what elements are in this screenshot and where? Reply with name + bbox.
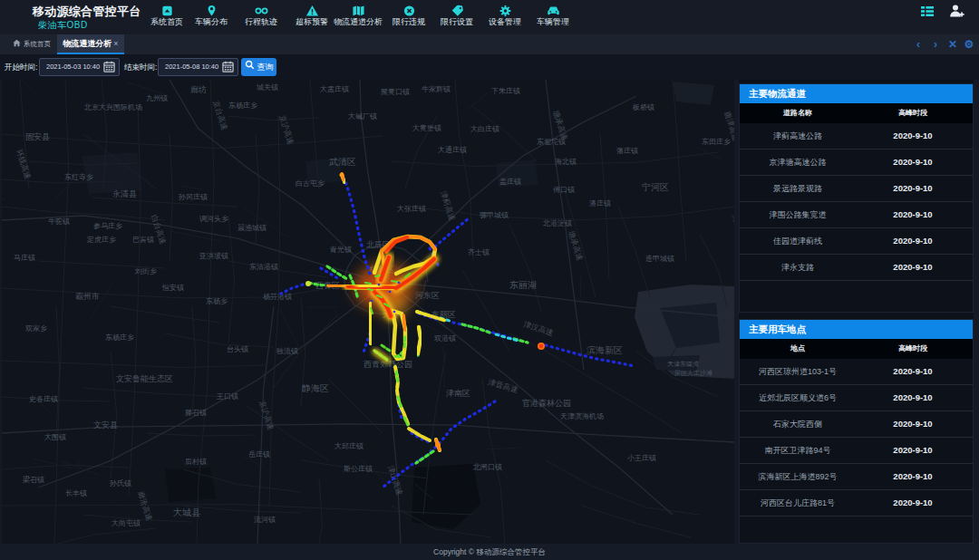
svg-text:杨芬港镇: 杨芬港镇 [263,293,292,301]
svg-text:东田庄乡: 东田庄乡 [702,138,731,146]
svg-text:亚演坡镇: 亚演坡镇 [199,252,228,260]
svg-text:盖庄镇: 盖庄镇 [499,178,521,186]
svg-text:北港淀镇: 北港淀镇 [542,219,572,227]
svg-text:东杨乡: 东杨乡 [206,297,228,305]
svg-text:北京大兴国际机场: 北京大兴国际机场 [83,103,142,111]
svg-text:定虎庄乡: 定虎庄乡 [86,236,116,244]
svg-text:傅口镇: 傅口镇 [553,186,575,194]
svg-text:东杨庄乡: 东杨庄乡 [228,101,257,110]
svg-text:台头镇: 台头镇 [227,345,248,353]
svg-text:大黄堡镇: 大黄堡镇 [412,124,441,132]
svg-text:双家乡: 双家乡 [25,324,47,333]
svg-text:聚黄口镇: 聚黄口镇 [381,88,410,96]
svg-text:河东区: 河东区 [415,291,440,300]
svg-text:长丰镇: 长丰镇 [65,489,87,497]
svg-text:青光镇: 青光镇 [329,246,352,254]
svg-text:潘庄镇: 潘庄镇 [589,199,611,208]
svg-text:独流镇: 独流镇 [276,347,298,355]
svg-text:大围镇: 大围镇 [44,433,66,441]
svg-text:牛驼镇: 牛驼镇 [48,217,70,226]
svg-text:官港森林公园: 官港森林公园 [522,399,571,408]
svg-text:滕召镇: 滕召镇 [185,409,207,417]
svg-text:参乌庄乡: 参乌庄乡 [93,222,122,230]
svg-text:武清区: 武清区 [329,157,356,167]
svg-text:城关镇: 城关镇 [256,83,278,92]
svg-text:大通庄镇: 大通庄镇 [438,145,467,154]
svg-text:大城县: 大城县 [173,507,201,517]
svg-text:大白庄镇: 大白庄镇 [470,125,499,133]
svg-text:东丽湖: 东丽湖 [509,280,537,290]
svg-text:孙冈庄镇: 孙冈庄镇 [178,193,208,201]
svg-text:斯公庄镇: 斯公庄镇 [344,465,373,473]
svg-text:白古屯乡: 白古屯乡 [296,179,325,188]
svg-text:九州镇: 九州镇 [146,94,168,102]
svg-text:板桥镇: 板桥镇 [632,103,654,111]
svg-text:调河头乡: 调河头乡 [199,215,228,223]
svg-text:天津滨海机场: 天津滨海机场 [560,412,604,420]
svg-text:滨海新区: 滨海新区 [586,345,623,355]
svg-text:东沽港镇: 东沽港镇 [249,263,278,271]
svg-text:永清县: 永清县 [112,189,137,198]
svg-text:孙氏镇: 孙氏镇 [109,479,131,488]
svg-text:双港镇: 双港镇 [434,334,456,343]
svg-text:大碱厂镇: 大碱厂镇 [348,112,377,121]
svg-text:小王庄镇: 小王庄镇 [627,454,656,462]
svg-text:文安鲁能生态区: 文安鲁能生态区 [116,374,173,383]
svg-text:景区人工沙滩: 景区人工沙滩 [674,370,712,377]
svg-text:梁召镇: 梁召镇 [23,475,44,484]
svg-text:大张庄镇: 大张庄镇 [397,205,426,213]
svg-text:马庄镇: 马庄镇 [14,254,35,262]
svg-text:齐士镇: 齐士镇 [468,248,490,256]
svg-text:流河镇: 流河镇 [254,516,276,524]
svg-text:宁河区: 宁河区 [642,182,669,192]
svg-text:静海区: 静海区 [301,383,329,393]
svg-text:刘街乡: 刘街乡 [135,267,157,275]
svg-text:恒安镇: 恒安镇 [161,284,184,292]
svg-text:牛家辉镇: 牛家辉镇 [422,85,451,93]
svg-text:史各庄镇: 史各庄镇 [29,395,58,403]
svg-text:北闸口镇: 北闸口镇 [472,463,502,471]
svg-text:岳庄镇: 岳庄镇 [248,450,270,459]
svg-text:大邱庄镇: 大邱庄镇 [334,442,363,450]
svg-text:文安县: 文安县 [93,420,118,430]
svg-text:下朱庄镇: 下朱庄镇 [491,87,520,95]
svg-text:王口镇: 王口镇 [216,392,238,401]
svg-text:海北镇: 海北镇 [555,158,577,166]
svg-text:天津东疆湾: 天津东疆湾 [667,361,699,368]
svg-text:津南区: 津南区 [446,389,470,398]
svg-text:造甲城镇: 造甲城镇 [645,255,674,263]
svg-text:藩庄镇: 藩庄镇 [616,147,638,155]
svg-text:巴宾镇: 巴宾镇 [132,236,154,244]
svg-text:固安县: 固安县 [25,132,50,141]
svg-text:霸州市: 霸州市 [75,292,100,301]
svg-text:东红寺乡: 东红寺乡 [64,173,93,181]
svg-text:晨渔城镇: 晨渔城镇 [237,224,267,232]
svg-text:东杨庄乡: 东杨庄乡 [105,333,134,342]
svg-text:廊坊: 廊坊 [190,85,207,94]
svg-text:大尚屯镇: 大尚屯镇 [111,519,141,527]
svg-text:骡甲城镇: 骡甲城镇 [480,211,509,219]
svg-text:后村镇: 后村镇 [185,458,207,466]
svg-text:大孟庄镇: 大孟庄镇 [320,85,349,93]
